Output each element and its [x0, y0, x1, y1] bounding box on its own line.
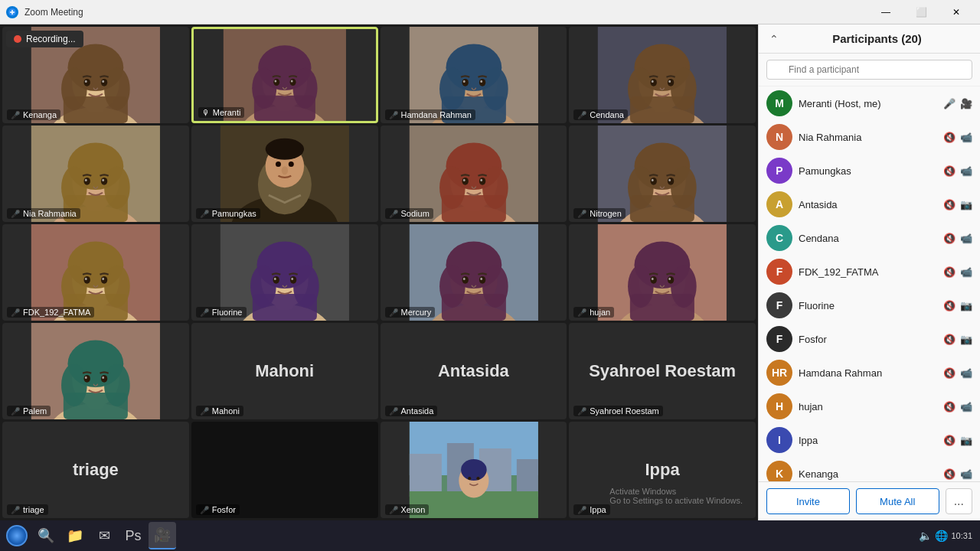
- minimize-button[interactable]: —: [868, 0, 903, 24]
- collapse-chevron[interactable]: ⌃: [769, 33, 779, 45]
- network-icon[interactable]: 🌐: [935, 530, 948, 542]
- mic-icon-sidebar-cendana[interactable]: 🔇: [943, 233, 956, 244]
- search-input[interactable]: [766, 60, 972, 80]
- participant-item-fosfor[interactable]: FFosfor 🔇 📷: [759, 322, 980, 356]
- volume-icon[interactable]: 🔈: [919, 530, 932, 542]
- mic-icon-sidebar-nia[interactable]: 🔇: [943, 132, 956, 143]
- video-icon-sidebar-fluorine[interactable]: 📷: [960, 300, 972, 311]
- more-options-button[interactable]: ...: [946, 488, 972, 514]
- video-cell-hamdana[interactable]: 🎤Hamdana Rahman: [381, 27, 567, 123]
- taskbar-search[interactable]: 🔍: [32, 522, 60, 549]
- mic-icon-hujan: 🎤: [577, 308, 586, 317]
- video-cell-nitrogen[interactable]: 🎤Nitrogen: [569, 126, 756, 222]
- participant-item-cendana[interactable]: CCendana 🔇 📹: [759, 221, 980, 255]
- participant-item-hamdana[interactable]: HRHamdana Rahman 🔇 📹: [759, 356, 980, 390]
- video-cell-nia[interactable]: 🎤Nia Rahmania: [2, 126, 189, 222]
- video-cell-cendana[interactable]: 🎤Cendana: [569, 27, 756, 123]
- video-icon-sidebar-fosfor[interactable]: 📷: [960, 334, 972, 345]
- participant-avatar-cendana: C: [766, 225, 792, 251]
- video-cell-fluorine[interactable]: 🎤Fluorine: [191, 224, 378, 321]
- video-cell-mahoni[interactable]: Mahoni🎤Mahoni: [191, 323, 378, 419]
- taskbar-files[interactable]: 📁: [61, 522, 89, 549]
- participant-name-large-syahroel: Syahroel Roestam: [589, 361, 736, 381]
- mic-icon-ippa: 🎤: [577, 506, 586, 514]
- video-cell-fatma[interactable]: 🎤FDK_192_FATMA: [2, 224, 189, 321]
- taskbar-mail[interactable]: ✉: [90, 522, 118, 549]
- participant-item-fluorine[interactable]: FFluorine 🔇 📷: [759, 289, 980, 322]
- svg-rect-168: [409, 454, 441, 497]
- mic-icon-sidebar-fdk192fatma[interactable]: 🔇: [943, 266, 956, 278]
- mic-icon-kenanga: 🎤: [11, 111, 20, 119]
- video-cell-triage[interactable]: triage🎤triage: [2, 422, 189, 518]
- video-cell-syahroel[interactable]: Syahroel Roestam🎤Syahroel Roestam: [569, 323, 756, 419]
- video-icon-sidebar-hujan[interactable]: 📹: [960, 401, 972, 412]
- video-cell-antasida[interactable]: Antasida🎤Antasida: [381, 323, 567, 419]
- participant-controls-cendana: 🔇 📹: [943, 233, 972, 244]
- video-icon-sidebar-hamdana[interactable]: 📹: [960, 367, 972, 379]
- participant-item-nia[interactable]: NNia Rahmania 🔇 📹: [759, 120, 980, 154]
- mic-icon-sidebar-fosfor[interactable]: 🔇: [943, 334, 956, 345]
- video-icon-sidebar-pamungkas[interactable]: 📹: [960, 165, 972, 177]
- cell-label-syahroel: 🎤Syahroel Roestam: [573, 406, 663, 416]
- taskbar-zoom[interactable]: 🎥: [149, 522, 176, 549]
- svg-point-149: [651, 276, 657, 284]
- cell-name-syahroel: Syahroel Roestam: [590, 406, 659, 416]
- cell-name-fosfor: Fosfor: [212, 505, 236, 514]
- svg-point-111: [101, 276, 107, 284]
- video-icon-sidebar-cendana[interactable]: 📹: [960, 233, 972, 244]
- svg-point-37: [479, 79, 485, 86]
- participant-item-pamungkas[interactable]: PPamungkas 🔇 📹: [759, 154, 980, 187]
- participant-item-fdk192fatma[interactable]: FFDK_192_FATMA 🔇 📹: [759, 255, 980, 289]
- mic-icon-sidebar-pamungkas[interactable]: 🔇: [943, 165, 956, 177]
- invite-button[interactable]: Invite: [766, 488, 850, 514]
- svg-point-164: [85, 377, 87, 379]
- host-video-icon[interactable]: 🎥: [960, 98, 972, 109]
- participant-avatar-fluorine: F: [766, 292, 792, 318]
- video-cell-palem[interactable]: 🎤Palem: [2, 323, 189, 419]
- svg-point-125: [274, 278, 276, 280]
- mic-icon-xenon: 🎤: [389, 506, 398, 514]
- start-button[interactable]: [3, 522, 31, 549]
- svg-point-24: [289, 79, 296, 86]
- video-cell-hujan[interactable]: 🎤hujan: [569, 224, 756, 321]
- participant-item-antasida[interactable]: AAntasida 🔇 📷: [759, 187, 980, 221]
- video-cell-pamungkas[interactable]: 🎤Pamungkas: [191, 126, 378, 222]
- mute-all-button[interactable]: Mute All: [856, 488, 939, 514]
- svg-point-39: [480, 80, 482, 83]
- close-button[interactable]: ✕: [939, 0, 974, 24]
- mic-icon-sidebar-hamdana[interactable]: 🔇: [943, 367, 956, 379]
- svg-point-51: [652, 80, 654, 83]
- participant-item-ippa[interactable]: IIppa 🔇 📷: [759, 423, 980, 457]
- video-icon-sidebar-ippa[interactable]: 📷: [960, 435, 972, 446]
- participant-item-hujan[interactable]: Hhujan 🔇 📹: [759, 390, 980, 423]
- mic-icon-sidebar-ippa[interactable]: 🔇: [943, 435, 956, 446]
- mic-icon-sidebar-fluorine[interactable]: 🔇: [943, 300, 956, 311]
- video-icon-sidebar-antasida[interactable]: 📷: [960, 199, 972, 210]
- svg-point-49: [651, 79, 657, 86]
- video-icon-sidebar-kenanga[interactable]: 📹: [960, 468, 972, 480]
- mic-icon-sidebar-antasida[interactable]: 🔇: [943, 199, 956, 210]
- video-icon-sidebar-fdk192fatma[interactable]: 📹: [960, 266, 972, 278]
- title-bar: Zoom Meeting — ⬜ ✕: [0, 0, 980, 24]
- video-cell-xenon[interactable]: 🎤Xenon: [381, 422, 567, 518]
- participant-item-kenanga[interactable]: KKenanga 🔇 📹: [759, 457, 980, 481]
- host-audio-icon[interactable]: 🎤: [943, 98, 956, 109]
- video-cell-ippa[interactable]: Ippa🎤Ippa: [569, 422, 756, 518]
- cell-label-sodium: 🎤Sodium: [385, 208, 433, 219]
- participant-name-large-triage: triage: [73, 460, 119, 480]
- video-cell-sodium[interactable]: 🎤Sodium: [381, 126, 567, 222]
- participant-avatar-kenanga: K: [766, 461, 792, 481]
- video-cell-meranti[interactable]: 🎙Meranti: [191, 27, 378, 123]
- mic-icon-cendana: 🎤: [577, 111, 586, 119]
- mic-icon-sidebar-kenanga[interactable]: 🔇: [943, 468, 956, 480]
- video-cell-fosfor[interactable]: 🎤Fosfor: [191, 422, 378, 518]
- restore-button[interactable]: ⬜: [903, 0, 939, 24]
- video-cell-mercury[interactable]: 🎤Mercury: [381, 224, 567, 321]
- video-icon-sidebar-nia[interactable]: 📹: [960, 132, 972, 143]
- participant-name-fdk192fatma: FDK_192_FATMA: [799, 266, 937, 278]
- taskbar-photoshop[interactable]: Ps: [119, 522, 147, 549]
- svg-point-176: [476, 477, 479, 480]
- participant-item-meranti[interactable]: MMeranti (Host, me) 🎤 🎥: [759, 86, 980, 120]
- mic-icon-hamdana: 🎤: [389, 111, 398, 119]
- mic-icon-sidebar-hujan[interactable]: 🔇: [943, 401, 956, 412]
